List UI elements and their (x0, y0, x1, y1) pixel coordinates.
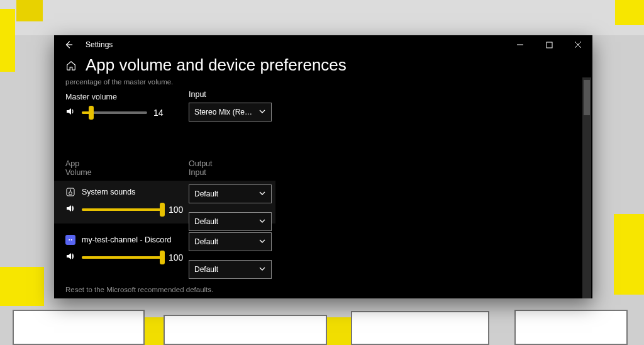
svg-rect-0 (547, 42, 552, 48)
speaker-icon[interactable] (65, 251, 75, 264)
master-volume-value: 14 (153, 108, 164, 118)
chevron-down-icon (258, 108, 266, 117)
reset-defaults-link[interactable]: Reset to the Microsoft recommended defau… (65, 286, 213, 293)
discord-icon (65, 235, 75, 245)
header-input: Input (189, 168, 213, 177)
home-icon (65, 60, 77, 71)
system-sounds-output-dropdown[interactable]: Default (189, 184, 272, 203)
page-header: App volume and device preferences (54, 54, 592, 77)
window-title: Settings (83, 40, 113, 49)
slider-thumb[interactable] (89, 106, 94, 120)
minimize-icon (516, 41, 524, 48)
settings-window: Settings App volume and device preferenc… (54, 35, 592, 298)
chevron-down-icon (258, 217, 266, 227)
vertical-scrollbar[interactable] (582, 77, 591, 298)
page-title: App volume and device preferences (86, 55, 347, 75)
scrollbar-thumb[interactable] (584, 80, 590, 115)
header-output: Output (189, 159, 213, 168)
master-description: percentage of the master volume. (65, 77, 185, 88)
svg-point-4 (69, 239, 70, 240)
app-volume-slider[interactable] (82, 208, 162, 211)
app-volume-value: 100 (169, 252, 183, 263)
header-app: App (65, 159, 189, 168)
arrow-left-icon (64, 40, 73, 49)
slider-thumb[interactable] (160, 251, 165, 264)
back-button[interactable] (54, 35, 83, 54)
dropdown-value: Stereo Mix (Realtek... (194, 108, 255, 116)
close-icon (574, 41, 582, 48)
speaker-icon[interactable] (65, 203, 75, 216)
app-volume-value: 100 (169, 205, 183, 215)
chevron-down-icon (258, 189, 266, 199)
home-button[interactable] (65, 60, 77, 71)
app-list-headers: App Volume Output Input (65, 159, 581, 177)
svg-point-5 (71, 239, 72, 240)
discord-input-dropdown[interactable]: Default (189, 260, 272, 279)
header-volume: Volume (65, 168, 189, 177)
master-volume-slider[interactable] (82, 111, 147, 114)
input-device-dropdown[interactable]: Stereo Mix (Realtek... (189, 103, 272, 122)
minimize-button[interactable] (506, 35, 535, 54)
close-button[interactable] (564, 35, 592, 54)
master-volume-label: Master volume (65, 93, 185, 101)
content-area: percentage of the master volume. Master … (54, 77, 592, 298)
maximize-icon (546, 42, 553, 48)
titlebar: Settings (54, 35, 592, 54)
system-sounds-icon (65, 187, 75, 197)
svg-point-2 (69, 192, 72, 195)
chevron-down-icon (258, 237, 266, 247)
app-volume-slider[interactable] (82, 256, 162, 259)
maximize-button[interactable] (535, 35, 564, 54)
discord-output-dropdown[interactable]: Default (189, 232, 272, 251)
app-name: System sounds (82, 188, 135, 196)
app-name: my-test-channel - Discord (82, 235, 171, 244)
slider-thumb[interactable] (160, 203, 165, 217)
chevron-down-icon (258, 265, 266, 274)
input-device-label: Input (189, 90, 491, 99)
svg-point-3 (70, 189, 71, 191)
speaker-icon[interactable] (65, 106, 75, 119)
